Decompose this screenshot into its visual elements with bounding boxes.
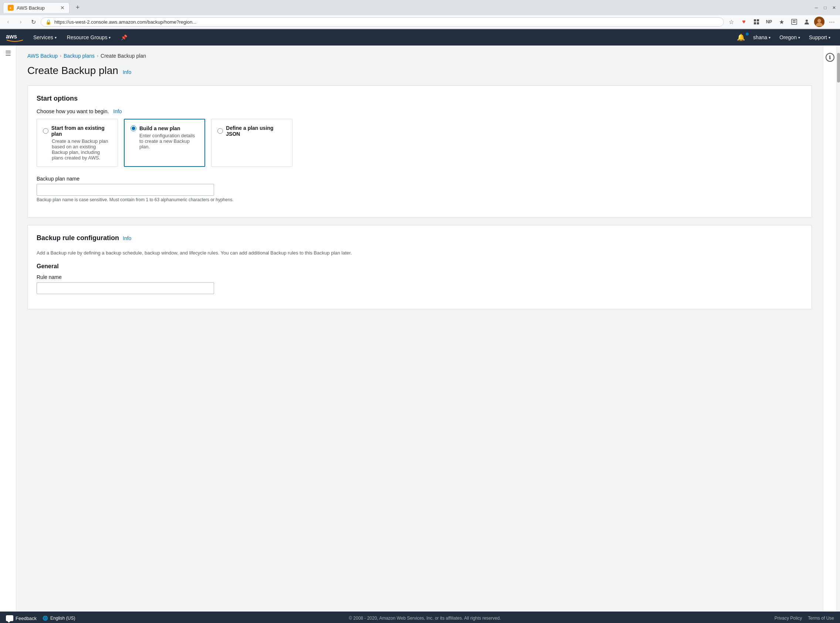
nav-services[interactable]: Services ▾ <box>29 29 60 46</box>
nav-support[interactable]: Support ▾ <box>805 29 834 46</box>
svg-rect-4 <box>754 22 756 25</box>
footer-copyright: © 2008 - 2020, Amazon Web Services, Inc.… <box>75 615 774 621</box>
scrollbar-thumb[interactable] <box>837 53 840 83</box>
star-button[interactable]: ☆ <box>726 17 736 27</box>
footer-left: Feedback 🌐 English (US) <box>6 615 75 621</box>
services-chevron-icon: ▾ <box>55 35 57 40</box>
nav-right: 🔔 shana ▾ Oregon ▾ Support ▾ <box>734 29 834 46</box>
privacy-link[interactable]: Privacy Policy <box>774 615 802 621</box>
rule-name-input[interactable] <box>37 282 214 294</box>
radio-existing-input[interactable] <box>43 128 49 134</box>
menu-button[interactable]: ⋯ <box>827 17 837 27</box>
profile-button[interactable] <box>802 17 812 27</box>
svg-rect-5 <box>757 22 759 25</box>
breadcrumb-backup-plans[interactable]: Backup plans <box>64 53 95 59</box>
backup-rule-card: Backup rule configuration Info Add a Bac… <box>28 225 812 309</box>
rule-name-group: Rule name <box>37 274 803 294</box>
new-tab-button[interactable]: + <box>72 3 83 13</box>
radio-json-label: Define a plan using JSON <box>226 125 286 137</box>
svg-text:aws: aws <box>6 33 17 40</box>
address-bar[interactable]: 🔒 <box>41 17 724 27</box>
footer: Feedback 🌐 English (US) © 2008 - 2020, A… <box>0 612 840 623</box>
nav-user[interactable]: shana ▾ <box>750 29 774 46</box>
terms-link[interactable]: Terms of Use <box>808 615 834 621</box>
browser-tab[interactable]: a AWS Backup ✕ <box>3 2 69 13</box>
pin-icon: 📌 <box>121 34 127 40</box>
support-chevron-icon: ▾ <box>829 35 830 40</box>
breadcrumb: AWS Backup › Backup plans › Create Backu… <box>28 53 812 59</box>
breadcrumb-aws-backup[interactable]: AWS Backup <box>28 53 58 59</box>
tab-close-button[interactable]: ✕ <box>60 5 65 11</box>
scrollbar[interactable] <box>836 46 840 612</box>
aws-logo[interactable]: aws <box>6 32 24 43</box>
url-input[interactable] <box>54 19 719 25</box>
sidebar: ☰ <box>0 46 16 612</box>
choose-info-link[interactable]: Info <box>113 108 122 114</box>
start-options-card: Start options Choose how you want to beg… <box>28 86 812 218</box>
radio-new-input[interactable] <box>130 126 136 131</box>
info-circle-icon[interactable]: ℹ <box>826 53 834 62</box>
back-button[interactable]: ‹ <box>3 17 13 27</box>
page-info-link[interactable]: Info <box>123 69 131 75</box>
globe-icon: 🌐 <box>43 615 48 621</box>
feedback-button[interactable]: Feedback <box>6 615 37 621</box>
svg-rect-7 <box>793 20 796 21</box>
svg-rect-2 <box>754 19 756 21</box>
np-button[interactable]: NP <box>764 17 774 27</box>
radio-json-plan[interactable]: Define a plan using JSON <box>211 119 292 167</box>
language-selector[interactable]: 🌐 English (US) <box>43 615 75 621</box>
svg-point-11 <box>817 19 821 23</box>
favorites-button[interactable]: ★ <box>776 17 787 27</box>
forward-button[interactable]: › <box>15 17 26 27</box>
nav-region[interactable]: Oregon ▾ <box>776 29 804 46</box>
region-chevron-icon: ▾ <box>798 35 800 40</box>
resource-groups-chevron-icon: ▾ <box>109 35 110 40</box>
radio-json-input[interactable] <box>217 128 223 134</box>
refresh-button[interactable]: ↻ <box>28 17 38 27</box>
breadcrumb-sep-1: › <box>60 53 61 58</box>
page-wrapper: ☰ AWS Backup › Backup plans › Create Bac… <box>0 46 840 612</box>
backup-rule-desc: Add a Backup rule by defining a backup s… <box>37 250 803 256</box>
radio-existing-label: Start from an existing plan <box>51 125 112 137</box>
bell-container[interactable]: 🔔 <box>734 33 748 41</box>
page-title-row: Create Backup plan Info <box>28 65 812 77</box>
footer-right: Privacy Policy Terms of Use <box>774 615 834 621</box>
hamburger-menu[interactable]: ☰ <box>5 49 11 57</box>
plan-name-group: Backup plan name Backup plan name is cas… <box>37 176 803 203</box>
heart-icon[interactable]: ♥ <box>739 17 749 27</box>
radio-new-plan[interactable]: Build a new plan Enter configuration det… <box>124 119 205 167</box>
tab-title: AWS Backup <box>17 5 57 11</box>
maximize-button[interactable]: □ <box>822 5 828 11</box>
radio-new-desc: Enter configuration details to create a … <box>139 133 199 149</box>
radio-existing-plan[interactable]: Start from an existing plan Create a new… <box>37 119 118 167</box>
minimize-button[interactable]: ─ <box>813 5 819 11</box>
svg-text:a: a <box>10 6 11 10</box>
browser-titlebar: a AWS Backup ✕ + ─ □ ✕ <box>0 0 840 15</box>
breadcrumb-sep-2: › <box>97 53 98 58</box>
lock-icon: 🔒 <box>46 19 51 25</box>
aws-nav: aws Services ▾ Resource Groups ▾ 📌 🔔 sha… <box>0 29 840 46</box>
choose-label-row: Choose how you want to begin. Info <box>37 108 803 114</box>
svg-point-9 <box>806 20 808 22</box>
right-panel: ℹ <box>823 46 836 612</box>
breadcrumb-current: Create Backup plan <box>101 53 146 59</box>
plan-name-input[interactable] <box>37 184 214 196</box>
close-button[interactable]: ✕ <box>831 5 837 11</box>
collections-button[interactable] <box>789 17 799 27</box>
feedback-icon <box>6 615 13 621</box>
nav-pin[interactable]: 📌 <box>117 29 131 46</box>
svg-rect-8 <box>793 22 796 23</box>
radio-existing-desc: Create a new Backup plan based on an exi… <box>52 138 112 161</box>
nav-resource-groups[interactable]: Resource Groups ▾ <box>63 29 115 46</box>
rule-name-label: Rule name <box>37 274 803 280</box>
page-title: Create Backup plan <box>28 65 118 77</box>
plan-name-label: Backup plan name <box>37 176 803 182</box>
extensions-button[interactable] <box>751 17 762 27</box>
plan-name-hint: Backup plan name is case sensitive. Must… <box>37 197 803 203</box>
browser-chrome: a AWS Backup ✕ + ─ □ ✕ ‹ › ↻ 🔒 ☆ ♥ <box>0 0 840 29</box>
backup-rule-info-link[interactable]: Info <box>123 235 131 241</box>
browser-actions: ☆ ♥ NP ★ <box>726 17 837 27</box>
main-content: AWS Backup › Backup plans › Create Backu… <box>16 46 823 612</box>
svg-rect-3 <box>757 19 759 21</box>
user-avatar[interactable] <box>814 17 825 27</box>
